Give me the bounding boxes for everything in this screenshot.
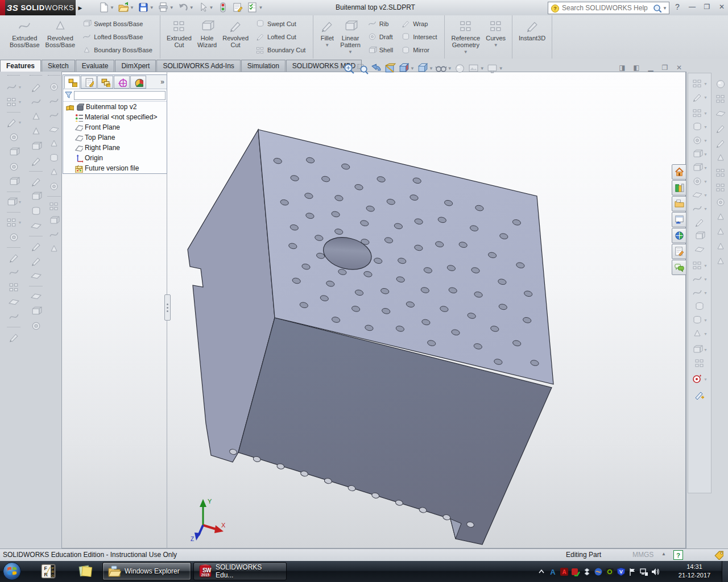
edit-appearance-icon[interactable] [715, 78, 726, 90]
dropdown-caret-icon[interactable]: ▼ [499, 66, 503, 71]
dropdown-caret-icon[interactable]: ▼ [704, 193, 708, 197]
antivirus-check-icon[interactable] [571, 567, 580, 576]
doc-minimize-button[interactable]: ▁ [646, 63, 656, 72]
top-view-icon[interactable] [48, 138, 60, 149]
scale-icon[interactable] [8, 331, 20, 343]
pane-right-button[interactable]: ◧ [631, 63, 642, 72]
intersect-button[interactable]: Intersect [399, 31, 439, 42]
linear-pattern-icon[interactable] [6, 196, 18, 208]
start-button[interactable] [2, 562, 22, 581]
tab-evaluate[interactable]: Evaluate [76, 60, 115, 72]
dropdown-caret-icon[interactable]: ▼ [209, 5, 214, 10]
extruded-boss-base-button[interactable]: ExtrudedBoss/Base [7, 16, 43, 57]
sketch-icon[interactable] [48, 201, 60, 212]
spline-icon[interactable] [692, 176, 703, 187]
lofted-surface-icon[interactable] [30, 140, 42, 152]
instant2d-icon[interactable] [692, 373, 703, 385]
tree-tab-property-manager[interactable] [81, 76, 97, 89]
swept-surface-icon[interactable] [30, 126, 42, 138]
freeform-icon[interactable] [30, 190, 42, 202]
dropdown-caret-icon[interactable]: ▼ [169, 5, 174, 10]
fillet-button[interactable]: Fillet▼ [317, 16, 337, 57]
tree-item-right-plane[interactable]: Right Plane [63, 143, 167, 153]
compare-icon[interactable] [715, 256, 726, 267]
ellipse-icon[interactable] [692, 189, 703, 201]
reference-geometry-button[interactable]: ReferenceGeometry▼ [448, 16, 483, 57]
delete-face-icon[interactable] [30, 205, 42, 217]
sticky-notes-icon[interactable] [78, 564, 93, 579]
tree-tab-display-manager[interactable] [130, 76, 146, 89]
line-icon[interactable] [692, 107, 703, 119]
fr-pro-icon[interactable]: FRPRO [41, 564, 56, 579]
print-button[interactable]: ▼ [156, 1, 175, 14]
tab-features[interactable]: Features [0, 60, 41, 72]
dropdown-caret-icon[interactable]: ▼ [704, 264, 708, 268]
open-button[interactable]: ▼ [117, 1, 135, 14]
hide-show-items-button[interactable]: ▼ [435, 63, 452, 74]
dropdown-caret-icon[interactable]: ▼ [110, 5, 114, 10]
zoom-to-area-button[interactable] [357, 63, 369, 74]
lofted-cut-button[interactable]: Lofted Cut [254, 31, 307, 42]
tab-solidworks-add-ins[interactable]: SOLIDWORKS Add-Ins [156, 60, 240, 72]
shell-icon[interactable] [8, 146, 20, 158]
hole-wizard-icon[interactable] [8, 176, 20, 188]
tree-item-top-plane[interactable]: Top Plane [63, 132, 167, 143]
units-caret[interactable]: ▲ [661, 551, 666, 556]
dropdown-caret-icon[interactable]: ▼ [704, 111, 708, 115]
straight-slot-icon[interactable] [692, 135, 703, 146]
image-quality-icon[interactable] [715, 152, 726, 164]
dropdown-caret-icon[interactable]: ▼ [704, 377, 708, 381]
dropdown-caret-icon[interactable]: ▼ [704, 332, 708, 336]
boundary-boss-base-button[interactable]: Boundary Boss/Base [80, 45, 154, 56]
dropdown-caret-icon[interactable]: ▼ [494, 42, 498, 49]
taskpane-tab-custom-properties[interactable] [672, 244, 686, 259]
dropdown-caret-icon[interactable]: ▼ [704, 152, 708, 156]
linear-sketch-pattern-icon[interactable] [692, 314, 703, 326]
sketch-plane-icon[interactable] [48, 229, 60, 240]
dropdown-caret-icon[interactable]: ▼ [704, 318, 708, 322]
tree-item-buitenmal-top-v2[interactable]: Buitenmal top v2 [63, 102, 167, 112]
doc-close-button[interactable]: ✕ [674, 63, 684, 72]
extruded-cut-button[interactable]: ExtrudedCut [164, 16, 195, 57]
section-view-button[interactable] [384, 63, 396, 74]
minimize-button[interactable]: — [687, 2, 697, 11]
isometric-view-icon[interactable] [48, 167, 60, 178]
left-view-icon[interactable] [48, 110, 60, 121]
point-icon[interactable] [694, 230, 705, 242]
help-search-box[interactable]: ? ▼ [548, 2, 669, 14]
right-view-icon[interactable] [48, 124, 60, 135]
thicken-icon[interactable] [30, 290, 42, 302]
dropdown-caret-icon[interactable]: ▼ [704, 277, 708, 281]
file-properties-button[interactable]: ▼ [246, 1, 264, 14]
rapid-sketch-icon[interactable] [48, 243, 60, 255]
dropdown-caret-icon[interactable]: ▼ [348, 49, 353, 56]
dropdown-caret-icon[interactable]: ▼ [130, 5, 134, 10]
search-icon[interactable] [652, 3, 661, 13]
close-button[interactable]: ✕ [717, 2, 727, 11]
action-flag-icon[interactable] [628, 567, 637, 576]
reference-plane-icon[interactable] [8, 252, 20, 264]
extruded-boss-icon[interactable] [6, 81, 18, 93]
doc-restore-button[interactable]: ❐ [660, 63, 670, 72]
zoom-to-fit-button[interactable] [343, 63, 355, 74]
hidden-icons-icon[interactable] [537, 567, 546, 576]
tree-tab-configuration-manager[interactable] [97, 76, 113, 89]
dropdown-caret-icon[interactable]: ▼ [189, 5, 194, 10]
normal-to-icon[interactable] [48, 181, 60, 192]
select-button[interactable]: ▼ [196, 1, 215, 14]
camera-icon[interactable] [715, 211, 726, 223]
move-entities-icon[interactable] [692, 328, 703, 339]
fillet-icon[interactable] [6, 117, 18, 128]
restore-button[interactable]: ❐ [702, 2, 712, 11]
save-button[interactable]: ▼ [136, 1, 155, 14]
trim-entities-icon[interactable] [692, 260, 703, 271]
coordinate-system-icon[interactable] [8, 281, 20, 293]
extend-surface-icon[interactable] [30, 240, 42, 252]
revolved-boss-base-button[interactable]: RevolvedBoss/Base [43, 16, 78, 57]
boundary-cut-button[interactable]: Boundary Cut [254, 45, 307, 56]
rebuild-button[interactable] [216, 1, 230, 14]
paste-appearance-icon[interactable] [715, 108, 726, 119]
sketch-fillet-icon[interactable] [692, 203, 703, 214]
taskpane-tab-home[interactable] [672, 164, 686, 180]
curves-icon[interactable] [6, 217, 18, 228]
